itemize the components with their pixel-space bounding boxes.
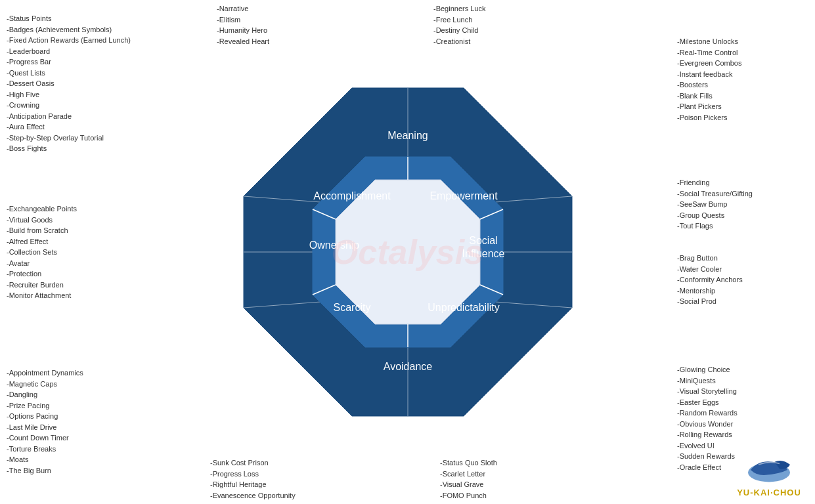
list-item: -Monitor Attachment [7,290,151,301]
list-item: -Tout Flags [677,220,808,232]
list-item: -Real-Time Control [677,47,808,58]
list-item: -Destiny Child [433,25,539,36]
list-item: -Social Prod [677,296,808,307]
list-item: -Blank Fills [677,91,808,102]
svg-text:Accomplishment: Accomplishment [313,190,391,201]
list-item: -Boosters [677,79,808,91]
top-right-items: -Beginners Luck-Free Lunch-Destiny Child… [433,3,539,47]
list-item: -Elitism [217,14,309,26]
left-bot-items: -Appointment Dynamics-Magnetic Caps-Dang… [7,368,151,476]
list-item: -SeeSaw Bump [677,199,808,210]
list-item: -Moats [7,454,151,465]
list-item: -Exchangeable Points [7,203,151,215]
list-item: -Torture Breaks [7,444,151,455]
list-item: -Rightful Heritage [210,479,322,490]
bot-right-items: -Status Quo Sloth-Scarlet Letter-Visual … [440,457,545,501]
list-item: -Plant Pickers [677,101,808,112]
left-mid-items: -Exchangeable Points-Virtual Goods-Build… [7,203,151,301]
list-item: -Magnetic Caps [7,379,151,390]
list-item: -Quest Lists [7,68,151,79]
list-item: -Beginners Luck [433,3,539,14]
top-left-panel: -Narrative-Elitism-Humanity Hero-Reveale… [217,3,309,47]
svg-text:Ownership: Ownership [309,240,359,251]
list-item: -Creationist [433,36,539,47]
svg-text:Scarcity: Scarcity [333,302,370,313]
list-item: -Brag Button [677,253,808,264]
top-left-items: -Narrative-Elitism-Humanity Hero-Reveale… [217,3,309,47]
list-item: -Group Quests [677,210,808,221]
list-item: -Random Rewards [677,408,808,419]
list-item: -Milestone Unlocks [677,36,808,47]
list-item: -Free Lunch [433,14,539,26]
svg-text:Social: Social [469,235,498,246]
list-item: -Options Pacing [7,411,151,422]
list-item: -Conformity Anchors [677,274,808,285]
svg-text:Meaning: Meaning [387,130,428,141]
list-item: -Last Mile Drive [7,422,151,433]
list-item: -Obvious Wonder [677,419,808,430]
logo-icon [743,453,795,486]
list-item: -Alfred Effect [7,236,151,247]
list-item: -Virtual Goods [7,215,151,226]
logo-area: YU-KAI·CHOU [730,453,808,497]
list-item: -Evanescence Opportunity [210,490,322,501]
left-top-panel: -Status Points-Badges (Achievement Symbo… [7,13,151,154]
list-item: -Instant feedback [677,69,808,80]
list-item: -Collection Sets [7,247,151,258]
list-item: -Mentorship [677,285,808,297]
list-item: -Leaderboard [7,46,151,57]
list-item: -Boss Fights [7,143,151,154]
list-item: -Social Treasure/Gifting [677,188,808,200]
list-item: -Evergreen Combos [677,58,808,69]
list-item: -Friending [677,177,808,188]
top-right-panel: -Beginners Luck-Free Lunch-Destiny Child… [433,3,539,47]
list-item: -Progress Loss [210,469,322,480]
bot-right-panel: -Status Quo Sloth-Scarlet Letter-Visual … [440,457,545,501]
right-mid2-panel: -Brag Button-Water Cooler-Conformity Anc… [677,253,808,307]
svg-text:Unpredictability: Unpredictability [428,302,499,313]
list-item: -FOMO Punch [440,490,545,501]
list-item: -Rolling Rewards [677,429,808,440]
left-mid-panel: -Exchangeable Points-Virtual Goods-Build… [7,203,151,301]
list-item: -Humanity Hero [217,25,309,36]
list-item: -MiniQuests [677,375,808,387]
list-item: -Poison Pickers [677,112,808,123]
right-mid-panel: -Friending-Social Treasure/Gifting-SeeSa… [677,177,808,232]
right-mid2-items: -Brag Button-Water Cooler-Conformity Anc… [677,253,808,307]
right-mid-items: -Friending-Social Treasure/Gifting-SeeSa… [677,177,808,232]
list-item: -Sunk Cost Prison [210,457,322,469]
list-item: -Progress Bar [7,56,151,68]
left-bot-panel: -Appointment Dynamics-Magnetic Caps-Dang… [7,368,151,476]
list-item: -Status Points [7,13,151,24]
list-item: -Step-by-Step Overlay Tutorial [7,133,151,144]
left-top-items: -Status Points-Badges (Achievement Symbo… [7,13,151,154]
list-item: -Aura Effect [7,121,151,133]
svg-text:Influence: Influence [462,248,504,259]
svg-text:Empowerment: Empowerment [430,190,498,201]
list-item: -Fixed Action Rewards (Earned Lunch) [7,35,151,46]
octalysis-diagram: Octalysis Meaning [237,81,579,423]
list-item: -Count Down Timer [7,432,151,444]
list-item: -Easter Eggs [677,397,808,408]
right-top-items: -Milestone Unlocks-Real-Time Control-Eve… [677,36,808,123]
bot-left-items: -Sunk Cost Prison-Progress Loss-Rightful… [210,457,322,501]
list-item: -Glowing Choice [677,364,808,375]
list-item: -Water Cooler [677,264,808,275]
list-item: -High Five [7,89,151,100]
list-item: -Revealed Heart [217,36,309,47]
list-item: -Build from Scratch [7,225,151,236]
list-item: -Status Quo Sloth [440,457,545,469]
list-item: -Visual Storytelling [677,386,808,397]
list-item: -Dangling [7,389,151,400]
right-top-panel: -Milestone Unlocks-Real-Time Control-Eve… [677,36,808,123]
list-item: -Badges (Achievement Symbols) [7,24,151,35]
list-item: -Dessert Oasis [7,78,151,89]
list-item: -Avatar [7,258,151,269]
list-item: -Narrative [217,3,309,14]
list-item: -The Big Burn [7,465,151,476]
list-item: -Crowning [7,100,151,111]
list-item: -Scarlet Letter [440,469,545,480]
logo-text: YU-KAI·CHOU [730,488,808,497]
list-item: -Appointment Dynamics [7,368,151,379]
list-item: -Prize Pacing [7,400,151,411]
